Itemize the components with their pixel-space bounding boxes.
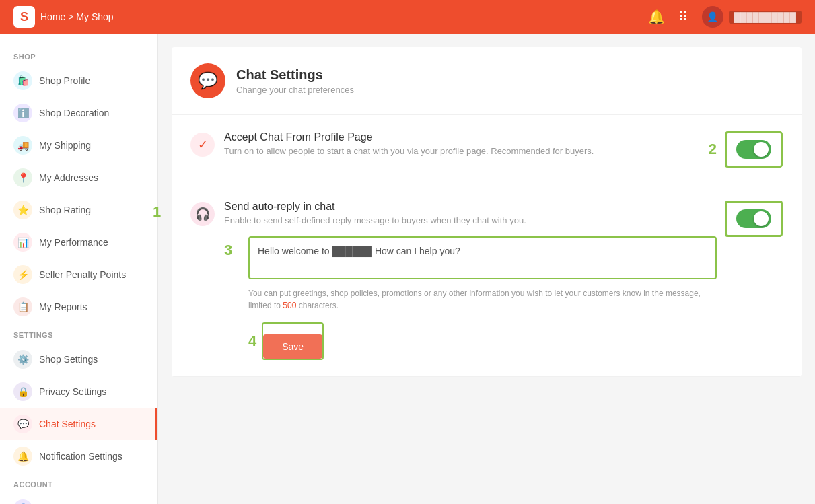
- sidebar: SHOP 🛍️ Shop Profile ℹ️ Shop Decoration …: [0, 34, 158, 504]
- page-title: Chat Settings: [236, 67, 354, 83]
- sidebar-item-shop-settings[interactable]: ⚙️ Shop Settings: [0, 343, 157, 375]
- sidebar-item-shop-profile[interactable]: 🛍️ Shop Profile: [0, 65, 157, 97]
- sidebar-label-shop-settings: Shop Settings: [39, 354, 98, 365]
- sidebar-label-privacy-settings: Privacy Settings: [39, 386, 106, 397]
- message-input-area: [248, 236, 717, 279]
- sidebar-item-my-shipping[interactable]: 🚚 My Shipping: [0, 129, 157, 161]
- accept-chat-right: 2: [709, 131, 783, 168]
- save-button[interactable]: Save: [263, 334, 322, 359]
- accept-chat-desc: Turn on to allow people to start a chat …: [224, 146, 594, 156]
- toggle-thumb-1: [754, 142, 769, 157]
- sidebar-item-my-reports[interactable]: 📋 My Reports: [0, 291, 157, 323]
- auto-reply-content: Send auto-reply in chat Enable to send s…: [224, 201, 717, 376]
- content-card: 💬 Chat Settings Change your chat prefere…: [172, 47, 802, 377]
- header: S Home > My Shop 🔔 ⠿ 👤 ██████████: [0, 0, 815, 34]
- breadcrumb-separator: >: [68, 11, 76, 22]
- auto-reply-row: 🎧 Send auto-reply in chat Enable to send…: [172, 184, 802, 377]
- my-addresses-icon: 📍: [13, 168, 32, 187]
- sidebar-label-seller-penalty: Seller Penalty Points: [39, 269, 126, 280]
- my-reports-icon: 📋: [13, 297, 32, 316]
- sidebar-label-my-shipping: My Shipping: [39, 140, 91, 151]
- accept-chat-toggle[interactable]: [736, 140, 771, 159]
- sidebar-label-shop-profile: Shop Profile: [39, 75, 90, 86]
- save-button-wrapper: Save: [262, 322, 324, 360]
- auto-reply-right: [717, 201, 783, 237]
- accept-chat-content: Accept Chat From Profile Page Turn on to…: [224, 131, 594, 156]
- message-row: 3: [224, 236, 717, 279]
- auto-reply-left: 🎧 Send auto-reply in chat Enable to send…: [190, 201, 717, 376]
- sidebar-label-shop-decoration: Shop Decoration: [39, 108, 109, 118]
- user-avatar-area[interactable]: 👤 ██████████: [702, 6, 802, 28]
- toggle-track-2: [736, 209, 771, 228]
- sidebar-item-chat-settings[interactable]: 💬 Chat Settings: [0, 408, 157, 440]
- shopee-logo: S: [13, 6, 35, 28]
- char-limit: 500: [283, 301, 296, 310]
- auto-reply-message-input[interactable]: [250, 238, 715, 275]
- seller-penalty-icon: ⚡: [13, 265, 32, 284]
- annotation-1: 1: [153, 203, 161, 221]
- notification-icon[interactable]: 🔔: [648, 9, 665, 25]
- sidebar-label-chat-settings: Chat Settings: [39, 419, 96, 429]
- header-right: 🔔 ⠿ 👤 ██████████: [648, 6, 802, 28]
- auto-reply-icon: 🎧: [190, 202, 215, 226]
- sidebar-label-notification-settings: Notification Settings: [39, 451, 122, 462]
- accept-chat-title: Accept Chat From Profile Page: [224, 131, 594, 143]
- annotation-3: 3: [224, 236, 243, 259]
- toggle-track-1: [736, 140, 771, 159]
- notification-settings-icon: 🔔: [13, 447, 32, 466]
- toggle-box-1: [725, 131, 783, 168]
- breadcrumb: Home > My Shop: [40, 11, 114, 22]
- hint-text: You can put greetings, shop policies, pr…: [248, 287, 717, 312]
- sidebar-label-shop-rating: Shop Rating: [39, 205, 91, 215]
- username-display: ██████████: [729, 11, 802, 24]
- breadcrumb-current: My Shop: [76, 11, 113, 22]
- accept-chat-icon: ✓: [190, 133, 215, 157]
- sidebar-section-shop: SHOP: [0, 44, 157, 65]
- shop-settings-icon: ⚙️: [13, 350, 32, 369]
- shop-decoration-icon: ℹ️: [13, 104, 32, 122]
- toggle-thumb-2: [754, 211, 769, 226]
- main-wrapper: 1 💬 Chat Settings Change your chat prefe…: [172, 47, 802, 377]
- main-content: 1 💬 Chat Settings Change your chat prefe…: [158, 34, 815, 504]
- sidebar-section-settings: SETTINGS: [0, 323, 157, 343]
- accept-chat-row: ✓ Accept Chat From Profile Page Turn on …: [172, 115, 802, 184]
- sidebar-item-shop-rating[interactable]: ⭐ Shop Rating: [0, 194, 157, 226]
- chat-settings-icon: 💬: [13, 415, 32, 433]
- card-header-text: Chat Settings Change your chat preferenc…: [236, 67, 354, 95]
- sidebar-item-shop-decoration[interactable]: ℹ️ Shop Decoration: [0, 97, 157, 129]
- auto-reply-title: Send auto-reply in chat: [224, 201, 717, 213]
- shop-rating-icon: ⭐: [13, 201, 32, 219]
- annotation-4: 4: [248, 332, 256, 350]
- sidebar-item-my-account[interactable]: 👤 My Account: [0, 493, 157, 504]
- shop-profile-icon: 🛍️: [13, 71, 32, 90]
- avatar: 👤: [702, 6, 723, 28]
- message-input-wrapper: [248, 236, 717, 279]
- my-shipping-icon: 🚚: [13, 136, 32, 155]
- privacy-settings-icon: 🔒: [13, 382, 32, 401]
- sidebar-item-my-addresses[interactable]: 📍 My Addresses: [0, 161, 157, 194]
- sidebar-label-my-addresses: My Addresses: [39, 172, 98, 183]
- apps-icon[interactable]: ⠿: [678, 9, 688, 25]
- accept-chat-left: ✓ Accept Chat From Profile Page Turn on …: [190, 131, 709, 157]
- save-row: 4 Save: [248, 322, 717, 360]
- card-header: 💬 Chat Settings Change your chat prefere…: [172, 47, 802, 115]
- auto-reply-toggle[interactable]: [736, 209, 771, 228]
- my-account-icon: 👤: [13, 499, 32, 504]
- sidebar-item-seller-penalty[interactable]: ⚡ Seller Penalty Points: [0, 258, 157, 291]
- page-layout: SHOP 🛍️ Shop Profile ℹ️ Shop Decoration …: [0, 34, 815, 504]
- sidebar-item-my-performance[interactable]: 📊 My Performance: [0, 226, 157, 258]
- sidebar-item-notification-settings[interactable]: 🔔 Notification Settings: [0, 440, 157, 472]
- page-subtitle: Change your chat preferences: [236, 85, 354, 95]
- auto-reply-desc: Enable to send self-defined reply messag…: [224, 215, 717, 225]
- header-left: S Home > My Shop: [13, 6, 114, 28]
- sidebar-label-my-performance: My Performance: [39, 237, 108, 248]
- toggle-box-2: [725, 201, 783, 237]
- my-performance-icon: 📊: [13, 233, 32, 252]
- annotation-2: 2: [709, 141, 717, 158]
- sidebar-label-my-reports: My Reports: [39, 301, 87, 312]
- chat-settings-header-icon: 💬: [190, 63, 225, 98]
- sidebar-section-account: ACCOUNT: [0, 472, 157, 493]
- sidebar-item-privacy-settings[interactable]: 🔒 Privacy Settings: [0, 375, 157, 408]
- breadcrumb-home[interactable]: Home: [40, 11, 65, 22]
